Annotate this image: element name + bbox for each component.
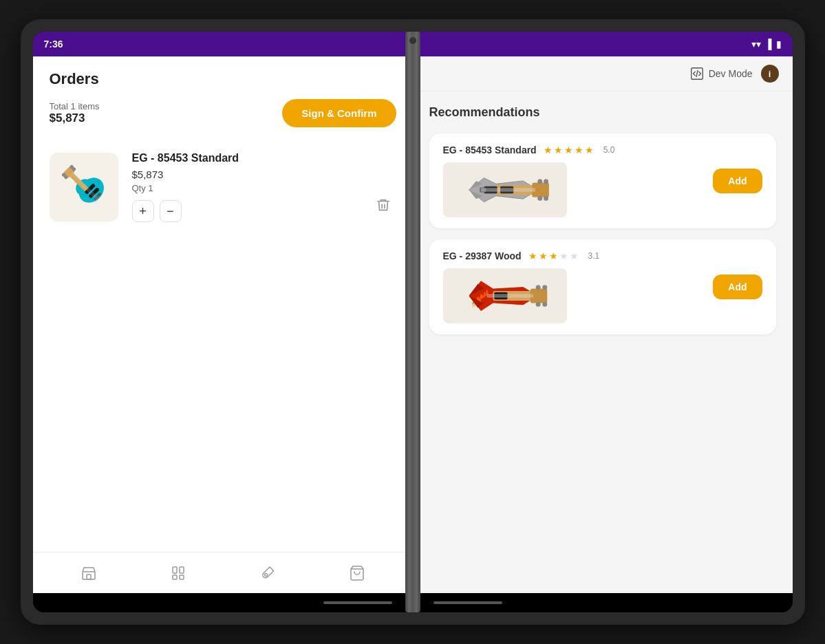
order-total-price: $5,873: [50, 111, 100, 125]
bottom-nav: [33, 552, 413, 593]
fire-guitar-image: [447, 272, 564, 320]
catalog-icon: [170, 565, 186, 581]
star-2-4: ★: [559, 250, 568, 261]
rec-stars-1: ★ ★ ★ ★ ★: [544, 144, 594, 155]
svg-point-29: [544, 196, 548, 201]
cart-item-price: $5,873: [132, 169, 356, 180]
right-header: Dev Mode i: [413, 56, 793, 92]
home-bar-left: [323, 601, 392, 604]
order-total-info: Total 1 items $5,873: [50, 101, 100, 125]
star-1-5: ★: [585, 144, 594, 155]
rec-name-row-1: EG - 85453 Standard ★ ★ ★ ★ ★ 5.0: [443, 144, 703, 155]
svg-point-26: [537, 179, 542, 184]
info-button[interactable]: i: [761, 65, 779, 83]
star-2-2: ★: [539, 250, 548, 261]
rec-rating-2: 3.1: [588, 251, 600, 261]
cart-item-qty: Qty 1: [132, 183, 356, 193]
cart-item: EG - 85453 Standard $5,873 Qty 1 + −: [50, 144, 396, 230]
svg-point-41: [535, 285, 540, 290]
decrement-button[interactable]: −: [160, 200, 182, 222]
svg-rect-17: [180, 567, 184, 573]
dev-mode-label: Dev Mode: [709, 68, 753, 79]
star-2-5: ★: [570, 250, 579, 261]
orders-title: Orders: [50, 70, 396, 88]
rec-image-1: [443, 162, 567, 217]
cart-item-details: EG - 85453 Standard $5,873 Qty 1 + −: [132, 152, 356, 222]
rec-card-1-left: EG - 85453 Standard ★ ★ ★ ★ ★ 5.0: [443, 144, 703, 217]
star-1-3: ★: [564, 144, 573, 155]
device-screen: 7:36 ▾▾ ▐ ▮ Orders Total 1 items $5,: [33, 32, 793, 612]
add-button-2[interactable]: Add: [713, 275, 762, 299]
rec-card-2-left: EG - 29387 Wood ★ ★ ★ ★ ★ 3.1: [443, 250, 703, 323]
svg-point-28: [537, 196, 542, 201]
cart-item-image: [50, 153, 118, 222]
camera-dot: [409, 37, 416, 44]
qty-controls: + −: [132, 200, 356, 222]
cart-icon: [349, 565, 365, 581]
star-1-4: ★: [575, 144, 583, 155]
increment-button[interactable]: +: [132, 200, 154, 222]
right-screen: Dev Mode i Recommendations EG - 85453 St…: [413, 56, 793, 593]
trash-icon: [376, 197, 391, 213]
status-time: 7:36: [44, 39, 63, 50]
wifi-icon: ▾▾: [751, 39, 761, 50]
nav-guitar[interactable]: [259, 565, 276, 581]
rec-name-1: EG - 85453 Standard: [443, 144, 537, 155]
star-1-2: ★: [554, 144, 563, 155]
recommendation-card-2: EG - 29387 Wood ★ ★ ★ ★ ★ 3.1: [429, 239, 776, 334]
dev-mode-button[interactable]: Dev Mode: [689, 66, 753, 81]
device-frame: 7:36 ▾▾ ▐ ▮ Orders Total 1 items $5,: [21, 19, 805, 625]
svg-rect-14: [83, 572, 95, 579]
sign-confirm-button[interactable]: Sign & Confirm: [282, 99, 396, 127]
svg-point-44: [542, 302, 547, 307]
left-content: Orders Total 1 items $5,873 Sign & Confi…: [33, 56, 413, 552]
home-bar-right: [433, 601, 502, 604]
status-icons: ▾▾ ▐ ▮: [751, 39, 782, 50]
rec-image-2: [443, 268, 567, 323]
left-screen: Orders Total 1 items $5,873 Sign & Confi…: [33, 56, 413, 593]
recommendations-title: Recommendations: [429, 105, 776, 120]
nav-catalog[interactable]: [170, 565, 186, 581]
signal-icon: ▐: [765, 39, 772, 50]
svg-rect-19: [180, 575, 184, 579]
dev-mode-icon: [689, 66, 705, 81]
guitar-nav-icon: [259, 565, 276, 581]
battery-icon: ▮: [776, 39, 782, 50]
svg-point-27: [544, 179, 548, 184]
delete-button[interactable]: [370, 192, 396, 222]
rec-stars-2: ★ ★ ★ ★ ★: [528, 250, 579, 261]
rec-name-2: EG - 29387 Wood: [443, 250, 522, 261]
svg-rect-16: [173, 567, 177, 573]
teal-guitar-icon: [53, 156, 115, 218]
metal-guitar-image: [447, 166, 564, 214]
order-total-label: Total 1 items: [50, 101, 100, 111]
store-icon: [81, 565, 97, 581]
svg-point-42: [542, 285, 547, 290]
svg-rect-15: [87, 575, 91, 579]
star-2-1: ★: [528, 250, 537, 261]
svg-rect-18: [173, 575, 177, 579]
add-button-1[interactable]: Add: [713, 169, 762, 193]
star-1-1: ★: [544, 144, 553, 155]
right-content: Recommendations EG - 85453 Standard ★ ★ …: [413, 92, 793, 593]
svg-point-20: [264, 573, 267, 576]
recommendation-card-1: EG - 85453 Standard ★ ★ ★ ★ ★ 5.0: [429, 133, 776, 228]
rec-rating-1: 5.0: [603, 145, 615, 155]
star-2-3: ★: [549, 250, 558, 261]
order-summary: Total 1 items $5,873 Sign & Confirm: [50, 99, 396, 127]
svg-point-43: [535, 302, 540, 307]
nav-cart[interactable]: [349, 565, 365, 581]
nav-store[interactable]: [81, 565, 97, 581]
rec-name-row-2: EG - 29387 Wood ★ ★ ★ ★ ★ 3.1: [443, 250, 703, 261]
device-hinge: [405, 32, 420, 612]
cart-item-name: EG - 85453 Standard: [132, 152, 356, 164]
